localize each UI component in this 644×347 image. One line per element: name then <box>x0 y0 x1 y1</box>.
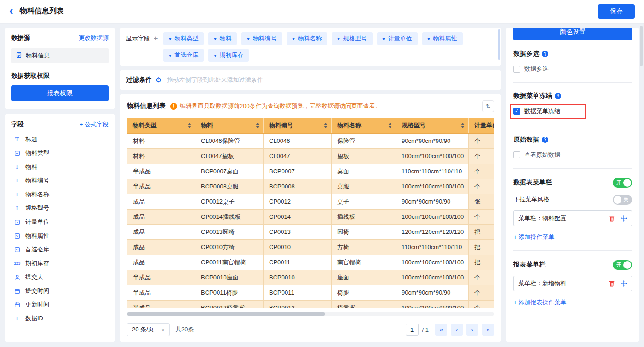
display-field-chip[interactable]: ▾期初库存 <box>208 49 249 62</box>
display-field-chip-label: 首选仓库 <box>174 51 198 59</box>
field-item[interactable]: 提交人 <box>11 270 109 284</box>
sort-icon[interactable] <box>388 123 392 128</box>
question-icon[interactable]: ? <box>555 93 561 99</box>
raw-data-checkbox-row[interactable]: 查看原始数据 <box>513 151 632 159</box>
field-item[interactable]: I数据ID <box>11 312 109 325</box>
display-field-chip[interactable]: ▾物料类型 <box>163 32 204 45</box>
question-icon[interactable]: ? <box>542 51 548 57</box>
trash-icon[interactable] <box>609 280 615 287</box>
field-item[interactable]: 更新时间 <box>11 298 109 312</box>
sort-icon[interactable] <box>188 123 191 128</box>
field-item-label: 物料名称 <box>25 190 49 199</box>
sort-icon[interactable] <box>256 123 259 128</box>
move-icon[interactable] <box>621 280 627 287</box>
checkbox-checked-icon[interactable] <box>513 108 520 115</box>
field-item[interactable]: I规格型号 <box>11 201 109 215</box>
column-header[interactable]: 计量单位 <box>469 118 494 133</box>
change-datasource-link[interactable]: 更改数据源 <box>79 34 109 42</box>
field-item[interactable]: 首选仓库 <box>11 243 109 256</box>
question-icon[interactable]: ? <box>542 137 548 143</box>
sort-icon[interactable] <box>461 123 465 128</box>
move-icon[interactable] <box>621 215 627 222</box>
back-icon[interactable]: ‹ <box>9 5 13 17</box>
next-page-button[interactable]: › <box>466 324 478 336</box>
datasource-title: 数据源 <box>11 34 30 42</box>
dropdown-style-toggle-off[interactable]: 关 <box>613 195 632 205</box>
table-row[interactable]: 材料CL0047望板CL0047望板100cm*100cm*100/100个 <box>127 148 494 164</box>
table-menu-toggle-on[interactable]: 开 <box>613 178 632 188</box>
report-menu-item[interactable]: 菜单栏：新增物料 <box>513 276 632 291</box>
column-header[interactable]: 物料编号 <box>264 118 332 133</box>
table-row[interactable]: 成品CP0014插线板CP0014插线板100cm*100cm*100/100个 <box>127 209 494 224</box>
report-menu-toggle-on[interactable]: 开 <box>613 260 632 270</box>
table-row[interactable]: 半成品BCP0007桌面BCP0007桌面110cm*110cm*110/110… <box>127 164 494 179</box>
column-header[interactable]: 规格型号 <box>396 118 469 133</box>
checkbox-unchecked-icon[interactable] <box>513 151 520 158</box>
column-header[interactable]: 物料名称 <box>332 118 396 133</box>
report-permission-button[interactable]: 报表权限 <box>11 85 109 101</box>
field-item[interactable]: 提交时间 <box>11 284 109 298</box>
table-cell: 半成品 <box>127 285 196 300</box>
display-field-chip[interactable]: ▾首选仓库 <box>163 49 204 62</box>
field-item[interactable]: I物料编号 <box>11 174 109 188</box>
field-item[interactable]: 物料类型 <box>11 146 109 160</box>
page-size-select[interactable]: 20 条/页 ∨ <box>127 323 170 336</box>
table-row[interactable]: 成品CP0013圆椅CP0013圆椅120cm*120cm*120/120把 <box>127 224 494 239</box>
display-field-chip-label: 规格型号 <box>343 34 367 43</box>
table-row[interactable]: 成品CP0012桌子CP0012桌子90cm*90cm*90/90张 <box>127 194 494 209</box>
display-field-chip[interactable]: ▾规格型号 <box>332 32 372 45</box>
datasource-item[interactable]: 物料信息 <box>11 48 109 63</box>
field-item[interactable]: T标题 <box>11 132 109 146</box>
sort-icon[interactable] <box>324 123 328 128</box>
display-field-chip[interactable]: ▾物料 <box>208 32 237 45</box>
field-item[interactable]: 计量单位 <box>11 215 109 229</box>
last-page-button[interactable]: » <box>482 324 494 336</box>
column-header[interactable]: 物料类型 <box>127 118 196 133</box>
checkbox-unchecked-icon[interactable] <box>513 66 520 73</box>
table-row[interactable]: 半成品BCP0010座面BCP0010座面100cm*100cm*100/100… <box>127 270 494 285</box>
add-display-field-icon[interactable]: + <box>154 34 158 43</box>
table-cell: 90cm*90cm*90/90 <box>396 133 469 148</box>
display-field-chip[interactable]: ▾物料编号 <box>242 32 282 45</box>
add-formula-field-link[interactable]: + 公式字段 <box>80 120 109 129</box>
table-row[interactable]: 材料CL0046保险管CL0046保险管90cm*90cm*90/90个 <box>127 133 494 148</box>
add-report-action-menu-link[interactable]: + 添加报表操作菜单 <box>513 298 566 307</box>
column-header[interactable]: 物料 <box>196 118 264 133</box>
table-row[interactable]: 半成品BCP0011椅腿BCP0011椅腿90cm*90cm*90/90个 <box>127 285 494 300</box>
display-field-chip[interactable]: ▾物料名称 <box>287 32 327 45</box>
menu-freeze-checkbox-row[interactable]: 数据菜单冻结 <box>513 107 560 115</box>
display-field-chip[interactable]: ▾物料属性 <box>422 32 463 45</box>
table-row[interactable]: 成品CP0011南官帽椅CP0011南官帽椅100cm*100cm*100/10… <box>127 255 494 270</box>
table-cell: BCP0010 <box>264 270 332 285</box>
chevron-down-icon: ▾ <box>383 36 385 41</box>
trash-icon[interactable] <box>609 215 615 222</box>
horizontal-scrollbar-thumb[interactable] <box>127 312 325 316</box>
table-cell: CP0012桌子 <box>196 194 264 209</box>
vertical-scrollbar-thumb[interactable] <box>498 29 500 60</box>
table-row[interactable]: 半成品BCP0008桌腿BCP0008桌腿100cm*100cm*100/100… <box>127 179 494 194</box>
field-item[interactable]: 物料属性 <box>11 229 109 243</box>
page-number-input[interactable] <box>406 324 419 336</box>
permission-title: 数据获取权限 <box>11 72 109 80</box>
chevron-down-icon: ∨ <box>161 327 165 332</box>
table-menu-item[interactable]: 菜单栏：物料配置 <box>513 210 632 226</box>
sort-order-icon[interactable]: ⇅ <box>482 100 494 112</box>
page-scrollbar-thumb[interactable] <box>640 26 643 66</box>
color-settings-button[interactable]: 颜色设置 <box>513 28 632 40</box>
add-action-menu-link[interactable]: + 添加操作菜单 <box>513 233 554 241</box>
table-cell: 个 <box>469 164 494 179</box>
table-row[interactable]: 成品CP0010方椅CP0010方椅110cm*110cm*110/110把 <box>127 239 494 255</box>
multi-select-checkbox-row[interactable]: 数据多选 <box>513 65 632 73</box>
prev-page-button[interactable]: ‹ <box>451 324 463 336</box>
first-page-button[interactable]: « <box>435 324 447 336</box>
field-item[interactable]: I物料 <box>11 160 109 174</box>
gear-icon[interactable]: ⚙ <box>155 76 161 84</box>
field-item[interactable]: 123期初库存 <box>11 256 109 270</box>
field-item[interactable]: I物料名称 <box>11 188 109 201</box>
field-item-label: 物料 <box>25 163 37 171</box>
horizontal-scrollbar[interactable] <box>127 312 494 316</box>
table-row[interactable]: 半成品BCP0012椅靠背BCP0012椅靠背100cm*100cm*100/1… <box>127 300 494 308</box>
save-button[interactable]: 保存 <box>598 4 635 19</box>
field-item-label: 标题 <box>25 135 37 143</box>
display-field-chip[interactable]: ▾计量单位 <box>377 32 418 45</box>
